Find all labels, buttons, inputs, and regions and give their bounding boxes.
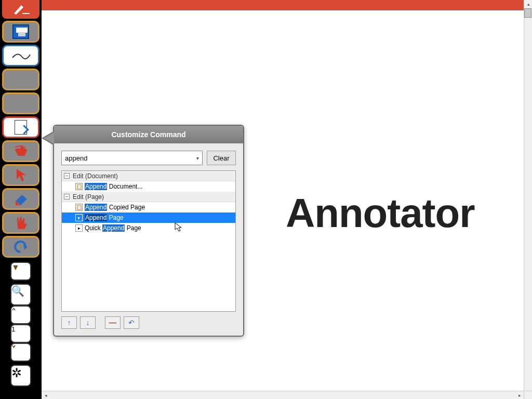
item-post: Page bbox=[107, 214, 123, 221]
item-match: Append bbox=[85, 204, 107, 211]
scroll-left-arrow[interactable]: ◂ bbox=[42, 391, 50, 399]
popup-footer: ↑ ↓ — ↶ bbox=[61, 312, 236, 328]
tool-slot-a-button[interactable] bbox=[2, 69, 39, 90]
tree-group-edit-page[interactable]: − Edit (Page) bbox=[62, 192, 235, 202]
paste-icon: 📋 bbox=[75, 183, 83, 190]
page-icon: ▸ bbox=[75, 214, 83, 221]
collapse-icon[interactable]: − bbox=[64, 194, 70, 200]
hand-swipe-button[interactable] bbox=[2, 140, 39, 162]
pointer-tool-button[interactable] bbox=[2, 164, 39, 186]
arrow-up-icon: ↑ bbox=[68, 318, 71, 327]
hand-swipe-icon bbox=[13, 144, 29, 158]
pen-logo-icon bbox=[12, 3, 30, 16]
tree-item-append-copied-page[interactable]: 📋 Append Copied Page bbox=[62, 202, 235, 212]
customize-command-popup: Customize Command ▾ Clear − Edit (Docume… bbox=[53, 125, 244, 337]
minus-icon: — bbox=[109, 318, 116, 327]
move-down-button[interactable]: ↓ bbox=[80, 316, 96, 329]
scroll-right-arrow[interactable]: ▸ bbox=[515, 391, 524, 399]
scroll-corner bbox=[524, 391, 532, 399]
app-logo-button[interactable] bbox=[2, 0, 39, 19]
page-title: Annotator bbox=[286, 190, 475, 237]
scroll-up-arrow[interactable]: ▴ bbox=[524, 0, 532, 8]
remove-button[interactable]: — bbox=[105, 316, 121, 329]
pointer-icon bbox=[15, 168, 27, 182]
scroll-down-button[interactable]: ▼ bbox=[10, 262, 31, 281]
item-match: Append bbox=[85, 214, 107, 221]
reset-button[interactable]: ↶ bbox=[124, 316, 139, 329]
append-page-tool-button[interactable] bbox=[2, 116, 39, 138]
hand-stop-icon bbox=[14, 216, 28, 230]
undo-icon bbox=[13, 241, 29, 253]
left-toolbar: ▼ 🔍 ˄ 1 ˅ ✲ bbox=[0, 0, 42, 399]
group-label: Edit (Document) bbox=[73, 172, 118, 180]
freehand-tool-button[interactable] bbox=[2, 45, 39, 66]
mouse-cursor-icon bbox=[175, 222, 183, 233]
item-pre: Quick bbox=[85, 224, 102, 232]
settings-button[interactable]: ✲ bbox=[10, 365, 31, 387]
search-dropdown-icon[interactable]: ▾ bbox=[196, 155, 199, 161]
command-search-field[interactable]: ▾ bbox=[61, 151, 203, 165]
save-icon bbox=[12, 24, 29, 39]
item-post: Copied Page bbox=[107, 204, 145, 211]
item-match: Append bbox=[85, 183, 107, 190]
item-post: Page bbox=[125, 224, 141, 232]
title-bar bbox=[42, 0, 524, 10]
save-button[interactable] bbox=[2, 21, 39, 43]
chevron-up-icon: ˄ bbox=[11, 307, 16, 317]
tree-item-append-page[interactable]: ▸ Append Page bbox=[62, 212, 235, 223]
wave-icon bbox=[10, 50, 31, 61]
collapse-icon[interactable]: − bbox=[64, 173, 70, 179]
hand-stop-button[interactable] bbox=[2, 212, 39, 234]
next-page-button[interactable]: ˅ bbox=[10, 343, 31, 362]
popup-title: Customize Command bbox=[54, 126, 243, 143]
gear-icon: ✲ bbox=[11, 366, 22, 380]
item-match: Append bbox=[102, 224, 125, 232]
eraser-icon bbox=[12, 193, 29, 205]
tree-item-append-document[interactable]: 📋 Append Document... bbox=[62, 181, 235, 192]
scroll-thumb[interactable] bbox=[524, 8, 531, 18]
item-post: Document... bbox=[107, 183, 142, 190]
command-tree[interactable]: − Edit (Document) 📋 Append Document... −… bbox=[61, 170, 236, 312]
move-up-button[interactable]: ↑ bbox=[61, 316, 77, 329]
eraser-tool-button[interactable] bbox=[2, 188, 39, 210]
tree-group-edit-document[interactable]: − Edit (Document) bbox=[62, 171, 235, 181]
arrow-down-icon: ↓ bbox=[86, 318, 90, 327]
page-append-icon bbox=[15, 120, 27, 135]
horizontal-scrollbar[interactable]: ◂ ▸ bbox=[42, 391, 524, 399]
paste-icon: 📋 bbox=[75, 204, 83, 211]
prev-page-button[interactable]: ˄ bbox=[10, 305, 31, 324]
vertical-scrollbar[interactable]: ▴ bbox=[524, 0, 532, 391]
clear-button[interactable]: Clear bbox=[207, 151, 236, 165]
magnifier-icon: 🔍 bbox=[11, 285, 24, 297]
tool-slot-b-button[interactable] bbox=[2, 92, 39, 114]
undo-icon: ↶ bbox=[128, 318, 135, 327]
chevron-down-icon: ▼ bbox=[11, 263, 20, 272]
undo-button[interactable] bbox=[2, 236, 39, 258]
zoom-button[interactable]: 🔍 bbox=[10, 284, 31, 305]
tree-item-quick-append-page[interactable]: ▸ Quick Append Page bbox=[62, 223, 235, 233]
command-search-input[interactable] bbox=[65, 154, 196, 162]
group-label: Edit (Page) bbox=[73, 193, 104, 201]
page-number-display[interactable]: 1 bbox=[10, 324, 31, 343]
page-number-label: 1 bbox=[11, 325, 15, 333]
page-icon: ▸ bbox=[75, 224, 83, 232]
popup-pointer bbox=[44, 132, 54, 144]
chevron-down-icon: ˅ bbox=[11, 344, 16, 355]
